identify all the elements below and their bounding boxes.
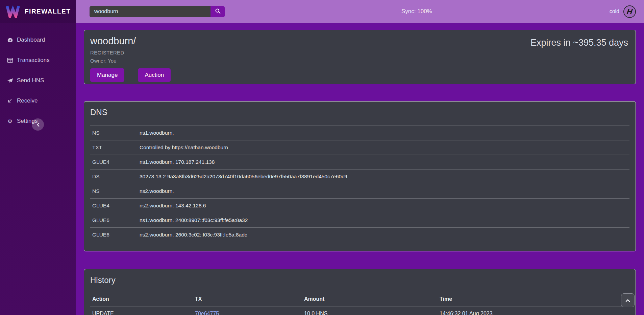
dns-record-value: ns1.woodburn. 170.187.241.138 <box>140 159 215 165</box>
dns-title: DNS <box>84 108 636 117</box>
sidebar-item-label: Send HNS <box>17 77 44 84</box>
app-logo-row: FIREWALLET <box>0 0 76 23</box>
dns-record-type: GLUE4 <box>92 203 140 209</box>
search-icon <box>215 8 221 15</box>
firewallet-logo-icon <box>5 5 20 18</box>
dns-record-value: Controlled by https://nathan.woodburn <box>140 144 228 151</box>
table-row: NS ns2.woodburn. <box>90 184 629 198</box>
dns-card: DNS NS ns1.woodburn. TXT Controlled by h… <box>84 101 636 251</box>
sidebar-collapse-button[interactable] <box>32 118 44 131</box>
table-icon <box>7 57 13 64</box>
dns-record-value: ns2.woodburn. 143.42.128.6 <box>140 203 206 209</box>
sidebar-nav: Dashboard Transactions Send HNS Receive … <box>0 23 76 129</box>
sidebar-item-label: Receive <box>17 97 38 104</box>
topbar: Sync: 100% cold H <box>76 0 644 23</box>
dns-table: NS ns1.woodburn. TXT Controlled by https… <box>90 126 629 242</box>
handshake-logo-icon[interactable]: H <box>623 5 636 18</box>
dns-record-type: NS <box>92 130 140 136</box>
dns-record-value: ns1.woodburn. <box>140 130 174 136</box>
main-content: woodburn/ Expires in ~395.35 days REGIST… <box>76 0 644 315</box>
table-row: TXT Controlled by https://nathan.woodbur… <box>90 140 629 155</box>
history-table: Action TX Amount Time UPDATE 70e64775...… <box>90 292 629 315</box>
history-header-action: Action <box>92 296 195 302</box>
sidebar-item-transactions[interactable]: Transactions <box>0 52 76 68</box>
sidebar: FIREWALLET Dashboard Transactions Send H… <box>0 0 76 315</box>
history-header-row: Action TX Amount Time <box>90 292 629 307</box>
table-row: DS 30273 13 2 9a3a8fb3d625d2a2073d740f10… <box>90 169 629 184</box>
dns-record-type: DS <box>92 174 140 180</box>
domain-expiry: Expires in ~395.35 days <box>530 38 628 48</box>
history-title: History <box>84 275 636 285</box>
wallet-name: cold <box>610 8 619 15</box>
dns-record-value: ns2.woodburn. <box>140 188 174 194</box>
chevron-left-icon <box>36 122 40 127</box>
domain-actions: Manage Auction <box>90 68 629 82</box>
sidebar-item-receive[interactable]: Receive <box>0 93 76 109</box>
search-input[interactable] <box>90 6 210 17</box>
history-amount: 10.0 HNS <box>304 311 440 315</box>
receive-icon <box>7 98 13 104</box>
table-row: UPDATE 70e64775... 10.0 HNS 14:46:32 01 … <box>90 307 629 315</box>
chevron-up-icon <box>625 299 630 302</box>
manage-button[interactable]: Manage <box>90 68 124 82</box>
sidebar-item-label: Dashboard <box>17 37 45 43</box>
search-button[interactable] <box>210 6 225 17</box>
table-row: GLUE6 ns1.woodburn. 2400:8907::f03c:93ff… <box>90 213 629 227</box>
app-title: FIREWALLET <box>25 8 71 15</box>
gauge-icon <box>7 37 13 43</box>
history-card: History Action TX Amount Time UPDATE 70e… <box>84 269 636 315</box>
dns-record-value: 30273 13 2 9a3a8fb3d625d2a2073d740f10da6… <box>140 174 347 180</box>
dns-record-value: ns2.woodburn. 2600:3c02::f03c:93ff:fe5a:… <box>140 232 247 238</box>
sync-status: Sync: 100% <box>401 0 432 23</box>
table-row: GLUE4 ns2.woodburn. 143.42.128.6 <box>90 198 629 213</box>
domain-owner: Owner: You <box>90 58 629 64</box>
auction-button[interactable]: Auction <box>138 68 171 82</box>
history-header-time: Time <box>440 296 627 302</box>
sidebar-item-label: Transactions <box>17 57 50 64</box>
dns-record-type: GLUE6 <box>92 217 140 223</box>
history-header-amount: Amount <box>304 296 440 302</box>
domain-status: REGISTERED <box>90 50 629 55</box>
table-row: NS ns1.woodburn. <box>90 126 629 140</box>
gear-icon: ⚙ <box>7 118 13 125</box>
domain-card: woodburn/ Expires in ~395.35 days REGIST… <box>84 30 636 84</box>
history-header-tx: TX <box>195 296 304 302</box>
send-icon <box>7 77 13 84</box>
wallet-indicator: cold H <box>610 5 644 18</box>
dns-record-type: GLUE4 <box>92 159 140 165</box>
dns-record-type: GLUE6 <box>92 232 140 238</box>
history-time: 14:46:32 01 Aug 2023 <box>440 311 627 315</box>
sidebar-item-send-hns[interactable]: Send HNS <box>0 72 76 89</box>
dns-record-type: TXT <box>92 144 140 151</box>
history-action: UPDATE <box>92 311 195 315</box>
table-row: GLUE6 ns2.woodburn. 2600:3c02::f03c:93ff… <box>90 227 629 242</box>
sidebar-item-dashboard[interactable]: Dashboard <box>0 32 76 48</box>
table-row: GLUE4 ns1.woodburn. 170.187.241.138 <box>90 155 629 169</box>
dns-record-value: ns1.woodburn. 2400:8907::f03c:93ff:fe5a:… <box>140 217 248 223</box>
tx-link[interactable]: 70e64775... <box>195 311 224 315</box>
dns-record-type: NS <box>92 188 140 194</box>
scroll-to-top-button[interactable] <box>621 293 635 307</box>
search-bar <box>90 6 225 17</box>
